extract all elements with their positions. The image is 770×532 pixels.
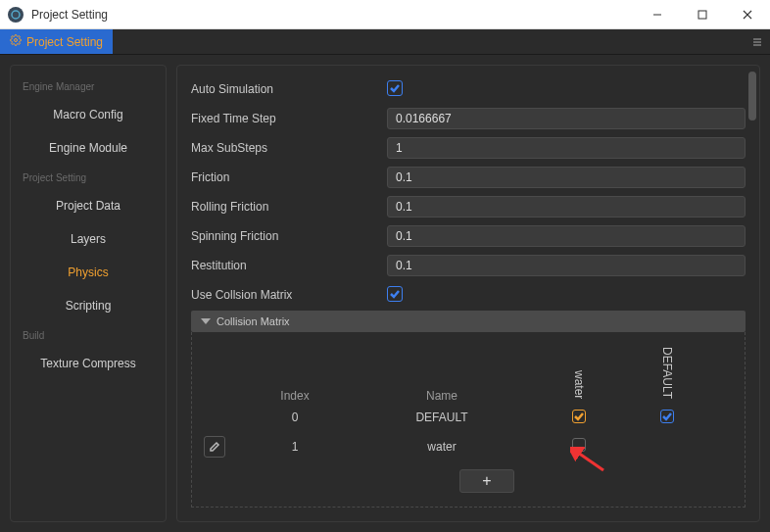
row-max-substeps: Max SubSteps [191, 134, 746, 162]
label-fixed-time-step: Fixed Time Step [191, 112, 387, 125]
matrix-row: 0DEFAULT [204, 403, 733, 432]
edit-layer-button[interactable] [204, 436, 225, 458]
matrix-cell-name: water [349, 440, 535, 454]
input-max-substeps[interactable] [387, 137, 746, 159]
sidebar-item-physics[interactable]: Physics [11, 256, 166, 289]
matrix-header-name: Name [349, 389, 535, 403]
label-auto-simulation: Auto Simulation [191, 82, 387, 96]
matrix-checkbox-default-default[interactable] [660, 410, 674, 423]
input-spinning-friction[interactable] [387, 225, 746, 247]
sidebar-section-title: Build [11, 322, 166, 347]
tab-label: Project Setting [26, 35, 103, 49]
label-max-substeps: Max SubSteps [191, 141, 387, 155]
input-fixed-time-step[interactable] [387, 108, 746, 129]
row-fixed-time-step: Fixed Time Step [191, 105, 746, 132]
collision-matrix-section: Collision Matrix Index Name water DEFAUL… [191, 311, 746, 508]
row-auto-simulation: Auto Simulation [191, 75, 746, 103]
sidebar-item-texture-compress[interactable]: Texture Compress [11, 347, 166, 380]
label-friction: Friction [191, 170, 387, 184]
matrix-header-index: Index [241, 389, 349, 403]
checkbox-use-collision-matrix[interactable] [387, 286, 403, 302]
chevron-down-icon [201, 318, 211, 324]
sidebar: Engine ManagerMacro ConfigEngine ModuleP… [10, 65, 167, 522]
tabbar-menu-button[interactable] [745, 29, 770, 54]
row-friction: Friction [191, 164, 746, 191]
label-restitution: Restitution [191, 259, 387, 272]
label-rolling-friction: Rolling Friction [191, 200, 387, 214]
sidebar-item-macro-config[interactable]: Macro Config [11, 98, 166, 131]
collision-matrix-title: Collision Matrix [217, 315, 290, 327]
sidebar-item-project-data[interactable]: Project Data [11, 189, 166, 222]
gear-icon [10, 34, 22, 49]
sidebar-section-title: Engine Manager [11, 73, 166, 98]
matrix-col-water: water [572, 370, 586, 399]
matrix-col-default: DEFAULT [660, 347, 674, 399]
tabbar: Project Setting [0, 29, 770, 55]
tab-project-setting[interactable]: Project Setting [0, 29, 113, 54]
sidebar-section-title: Project Setting [11, 165, 166, 189]
row-spinning-friction: Spinning Friction [191, 222, 746, 250]
row-restitution: Restitution [191, 252, 746, 279]
matrix-checkbox-default-water[interactable] [572, 410, 586, 423]
matrix-cell-index: 0 [241, 411, 349, 424]
matrix-checkbox-water-water[interactable] [572, 438, 586, 452]
window-title: Project Setting [31, 8, 635, 22]
matrix-cell-name: DEFAULT [349, 411, 535, 424]
collision-matrix-header[interactable]: Collision Matrix [191, 311, 746, 332]
svg-rect-2 [698, 11, 706, 19]
row-rolling-friction: Rolling Friction [191, 193, 746, 220]
matrix-cell-index: 1 [241, 440, 349, 454]
window-close-button[interactable] [725, 0, 770, 29]
window-titlebar: Project Setting [0, 0, 770, 29]
app-icon [8, 7, 24, 23]
label-use-collision-matrix: Use Collsion Matrix [191, 288, 387, 302]
row-use-collision-matrix: Use Collsion Matrix [191, 281, 746, 309]
input-restitution[interactable] [387, 255, 746, 276]
svg-point-5 [15, 39, 18, 42]
sidebar-item-engine-module[interactable]: Engine Module [11, 131, 166, 165]
label-spinning-friction: Spinning Friction [191, 229, 387, 243]
checkbox-auto-simulation[interactable] [387, 80, 403, 96]
sidebar-item-layers[interactable]: Layers [11, 222, 166, 256]
main-panel: Auto Simulation Fixed Time Step Max SubS… [176, 65, 760, 522]
matrix-row: 1water [204, 432, 733, 461]
matrix-column-headers: Index Name water DEFAULT [204, 342, 733, 403]
svg-point-0 [12, 11, 20, 19]
add-layer-button[interactable]: + [459, 469, 514, 493]
window-minimize-button[interactable] [635, 0, 680, 29]
sidebar-item-scripting[interactable]: Scripting [11, 289, 166, 322]
input-rolling-friction[interactable] [387, 196, 746, 218]
input-friction[interactable] [387, 167, 746, 188]
window-maximize-button[interactable] [680, 0, 725, 29]
